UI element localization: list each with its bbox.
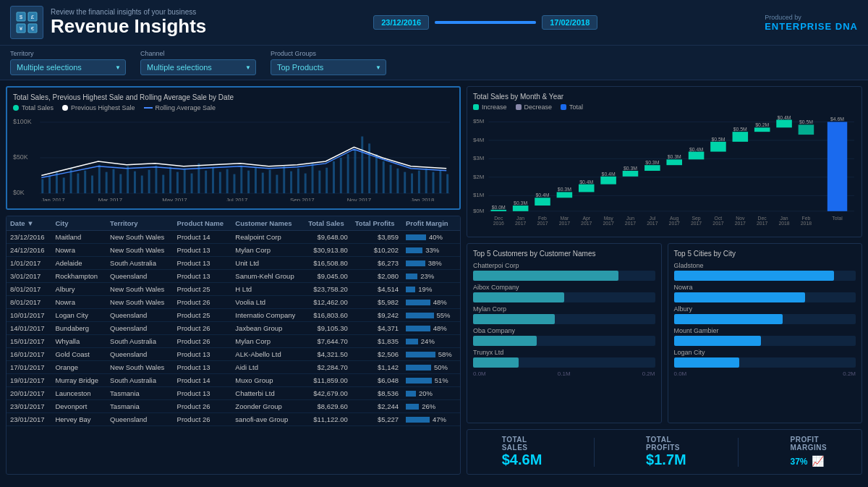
th-product[interactable]: Product Name <box>174 216 232 231</box>
territory-wrapper[interactable]: Multiple selections <box>10 59 126 75</box>
table-row: 1/01/2017AdelaideSouth AustraliaProduct … <box>7 257 460 270</box>
date-slider[interactable] <box>435 21 536 24</box>
territory-select[interactable]: Multiple selections <box>10 59 126 75</box>
svg-text:$100K: $100K <box>13 118 32 125</box>
table-cell: H Ltd <box>231 283 305 296</box>
table-cell: 58% <box>402 348 460 361</box>
table-cell: 24/12/2016 <box>7 244 51 257</box>
svg-rect-113 <box>733 132 749 142</box>
kpi-sales: TOTALSALES $4.6M <box>502 436 542 468</box>
customers-bars: Chatterpoi Corp Aibox Company Mylan Corp… <box>473 262 655 368</box>
svg-text:¥: ¥ <box>19 25 23 32</box>
svg-text:Jul 2017: Jul 2017 <box>226 197 248 201</box>
header: $ £ ¥ € Review the financial insights of… <box>0 0 868 46</box>
table-cell: 3/01/2017 <box>7 270 51 283</box>
svg-rect-45 <box>262 173 264 193</box>
total-icon <box>561 104 566 110</box>
city-bar-track <box>674 357 856 368</box>
rolling-avg-line <box>144 107 153 109</box>
table-cell: Internatio Company <box>231 309 305 322</box>
table-cell: $4,514 <box>352 283 402 296</box>
table-cell: New South Wales <box>106 283 173 296</box>
customer-bar-label: Trunyx Ltd <box>473 349 655 356</box>
svg-text:$: $ <box>20 14 23 20</box>
th-margin[interactable]: Profit Margin <box>402 216 460 231</box>
decrease-icon <box>516 104 522 110</box>
svg-text:Nov: Nov <box>736 216 745 221</box>
svg-rect-20 <box>84 171 86 193</box>
svg-text:$4.6M: $4.6M <box>830 117 844 122</box>
table-cell: 48% <box>402 296 460 309</box>
date-start[interactable]: 23/12/2016 <box>373 15 429 30</box>
table-cell: 24% <box>402 335 460 348</box>
table-cell: $6,273 <box>352 257 402 270</box>
table-cell: Mylan Corp <box>231 244 305 257</box>
svg-rect-56 <box>340 158 342 193</box>
city-bar-item: Gladstone <box>674 262 856 281</box>
date-range-selector[interactable]: 23/12/2016 17/02/2018 <box>373 15 597 30</box>
th-city[interactable]: City <box>51 216 106 231</box>
svg-rect-41 <box>234 174 236 194</box>
th-sales[interactable]: Total Sales <box>305 216 352 231</box>
channel-select[interactable]: Multiple selections <box>140 59 256 75</box>
svg-text:Jan 2018: Jan 2018 <box>411 197 435 201</box>
svg-rect-58 <box>354 151 356 193</box>
product-groups-wrapper[interactable]: Top Products <box>271 59 386 75</box>
table-row: 15/01/2017WhyallaSouth AustraliaProduct … <box>7 335 460 348</box>
customer-bar-label: Chatterpoi Corp <box>473 262 655 269</box>
customer-bar-fill <box>473 336 537 346</box>
kpi-margins-value: 37% 📈 <box>791 452 827 468</box>
table-cell: Tasmania <box>106 387 173 400</box>
bottom-right: Top 5 Customers by Customer Names Chatte… <box>467 243 862 423</box>
left-panel: Total Sales, Previous Highest Sale and R… <box>0 80 467 480</box>
customer-bar-item: Oba Company <box>473 327 655 346</box>
city-bar-label: Logan City <box>674 349 856 356</box>
svg-rect-15 <box>48 176 51 194</box>
svg-rect-64 <box>396 169 399 193</box>
legend-increase: Increase <box>473 103 507 111</box>
svg-text:Dec: Dec <box>758 216 767 221</box>
city-bar-item: Logan City <box>674 349 856 368</box>
th-territory[interactable]: Territory <box>106 216 173 231</box>
table-cell: 8/01/2017 <box>7 283 51 296</box>
svg-rect-97 <box>557 192 573 198</box>
table-cell: 1/01/2017 <box>7 257 51 270</box>
brand-name: ENTERPRISE DNA <box>765 21 858 32</box>
th-profits[interactable]: Total Profits <box>352 216 402 231</box>
product-groups-select[interactable]: Top Products <box>271 59 386 75</box>
channel-wrapper[interactable]: Multiple selections <box>140 59 256 75</box>
table-cell: Logan City <box>51 309 106 322</box>
svg-text:$5M: $5M <box>473 118 484 124</box>
svg-rect-48 <box>283 166 285 193</box>
product-groups-filter: Product Groups Top Products <box>271 50 386 75</box>
city-bar-fill <box>674 314 783 324</box>
svg-rect-17 <box>63 178 65 194</box>
svg-rect-23 <box>106 172 108 193</box>
table-cell: $2,244 <box>352 400 402 413</box>
date-end[interactable]: 17/02/2018 <box>542 15 597 30</box>
table-cell: 20% <box>402 387 460 400</box>
svg-text:Apr: Apr <box>582 216 590 221</box>
table-cell: 8/01/2017 <box>7 296 51 309</box>
header-title: Revenue Insights <box>51 16 206 37</box>
table-cell: $7,644.70 <box>305 335 352 348</box>
legend-total-sales: Total Sales <box>13 104 54 111</box>
table-cell: 19/01/2017 <box>7 374 51 387</box>
kpi-divider-2 <box>738 438 739 467</box>
table-cell: 20/01/2017 <box>7 387 51 400</box>
table-cell: Product 26 <box>174 296 232 309</box>
data-table-card: Date ▼ City Territory Product Name Custo… <box>6 216 461 475</box>
svg-rect-57 <box>347 154 349 193</box>
th-customer[interactable]: Customer Names <box>231 216 305 231</box>
table-row: 14/01/2017BundabergQueenslandProduct 26J… <box>7 322 460 335</box>
app-icon: $ £ ¥ € <box>10 6 43 39</box>
svg-rect-99 <box>579 185 595 192</box>
line-chart-svg: $100K $50K $0K <box>13 114 454 201</box>
table-cell: $3,859 <box>352 231 402 244</box>
svg-text:2017: 2017 <box>515 221 526 226</box>
cities-axis: 0.0M 0.2M <box>674 370 856 377</box>
city-bar-fill <box>674 336 762 346</box>
svg-rect-61 <box>375 154 378 193</box>
bar-chart-legend: Increase Decrease Total <box>473 103 856 111</box>
th-date[interactable]: Date ▼ <box>7 216 51 231</box>
